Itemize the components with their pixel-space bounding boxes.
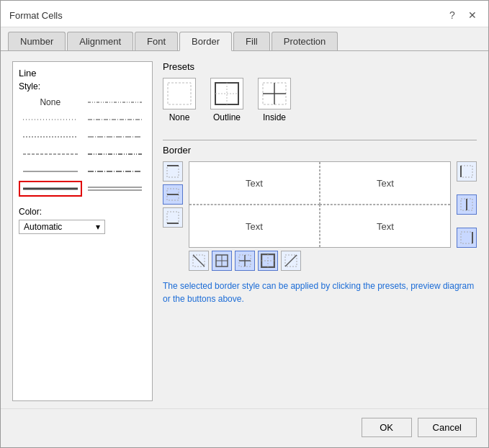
- color-label: Color:: [19, 207, 146, 217]
- border-btn-inner[interactable]: [235, 251, 255, 271]
- line-style-none[interactable]: None: [19, 94, 82, 110]
- divider: [163, 140, 477, 140]
- color-dropdown[interactable]: Automatic ▾: [19, 220, 105, 234]
- tab-protection[interactable]: Protection: [272, 32, 338, 50]
- border-preview[interactable]: Text Text Text Text: [189, 161, 451, 248]
- presets-section: Presets None: [163, 61, 477, 128]
- close-button[interactable]: ✕: [465, 8, 480, 22]
- color-section: Color: Automatic ▾: [19, 207, 146, 234]
- right-panel: Presets None: [163, 61, 477, 401]
- tab-alignment[interactable]: Alignment: [67, 32, 133, 50]
- preset-outline-label: Outline: [213, 112, 241, 122]
- line-style-meddashdot[interactable]: [84, 163, 147, 179]
- bottom-border-buttons: [189, 251, 477, 271]
- tab-border[interactable]: Border: [179, 32, 232, 51]
- preview-cell-topright: Text: [320, 162, 450, 205]
- preset-none-label: None: [169, 112, 190, 122]
- svg-rect-19: [167, 166, 179, 177]
- info-text: The selected border style can be applied…: [163, 279, 477, 305]
- preset-none[interactable]: None: [163, 78, 196, 122]
- line-style-shortdash[interactable]: [19, 129, 82, 145]
- svg-rect-23: [167, 212, 179, 223]
- border-buttons-right: [457, 161, 477, 248]
- ok-button[interactable]: OK: [362, 418, 412, 437]
- tab-bar: Number Alignment Font Border Fill Protec…: [1, 27, 488, 51]
- line-style-double[interactable]: [84, 181, 147, 197]
- tab-number[interactable]: Number: [8, 32, 66, 50]
- style-label: Style:: [19, 81, 146, 91]
- border-btn-middle-h[interactable]: [163, 184, 183, 205]
- line-style-dashdot[interactable]: [84, 112, 147, 127]
- presets-title: Presets: [163, 61, 477, 72]
- title-bar: Format Cells ? ✕: [1, 1, 488, 27]
- preset-outline-icon: [210, 78, 243, 109]
- line-panel: Line Style: None: [12, 61, 153, 401]
- preview-cell-topleft: Text: [189, 162, 320, 205]
- line-style-thick[interactable]: [19, 181, 82, 197]
- preview-cell-bottomright: Text: [320, 205, 450, 247]
- line-style-dashed[interactable]: [19, 146, 82, 162]
- tab-fill[interactable]: Fill: [233, 32, 270, 50]
- svg-rect-29: [461, 232, 472, 243]
- svg-rect-25: [461, 166, 472, 177]
- line-style-dashdotdot[interactable]: [84, 94, 147, 110]
- border-buttons-left: [163, 161, 183, 248]
- border-btn-middle-v[interactable]: [457, 194, 477, 215]
- line-panel-title: Line: [19, 68, 146, 79]
- border-btn-top[interactable]: [163, 161, 183, 182]
- tab-font[interactable]: Font: [135, 32, 178, 50]
- border-btn-right[interactable]: [457, 228, 477, 248]
- dropdown-arrow-icon: ▾: [96, 222, 100, 232]
- border-btn-diag-up[interactable]: [281, 251, 301, 271]
- preset-outline[interactable]: Outline: [210, 78, 243, 122]
- svg-rect-12: [168, 83, 191, 104]
- border-section-title: Border: [163, 145, 477, 156]
- border-btn-diag-down[interactable]: [189, 251, 209, 271]
- line-style-longdashdot[interactable]: [84, 129, 147, 145]
- main-area: Line Style: None: [12, 61, 477, 401]
- border-btn-all[interactable]: [212, 251, 232, 271]
- line-style-thin[interactable]: [19, 163, 82, 179]
- presets-row: None Outline: [163, 78, 477, 122]
- preset-inside[interactable]: Inside: [258, 78, 291, 122]
- help-button[interactable]: ?: [445, 8, 459, 22]
- line-style-meddashdotdot[interactable]: [84, 146, 147, 162]
- title-bar-controls: ? ✕: [445, 8, 480, 22]
- line-style-dotted[interactable]: [19, 112, 82, 127]
- preview-cell-bottomleft: Text: [189, 205, 320, 247]
- border-btn-left[interactable]: [457, 161, 477, 182]
- format-cells-dialog: Format Cells ? ✕ Number Alignment Font B…: [0, 0, 489, 448]
- content-area: Line Style: None: [1, 51, 488, 408]
- preset-none-icon: [163, 78, 196, 109]
- color-value: Automatic: [24, 222, 62, 232]
- preset-inside-label: Inside: [263, 112, 286, 122]
- border-btn-bottom[interactable]: [163, 207, 183, 228]
- svg-line-32: [193, 255, 205, 266]
- svg-line-43: [285, 255, 297, 266]
- dialog-title: Format Cells: [9, 10, 63, 21]
- border-area: Text Text Text Text: [163, 161, 477, 248]
- line-styles-grid: None: [19, 94, 146, 197]
- cancel-button[interactable]: Cancel: [418, 418, 477, 437]
- preset-inside-icon: [258, 78, 291, 109]
- border-btn-thick-outer[interactable]: [258, 251, 278, 271]
- footer: OK Cancel: [1, 408, 488, 447]
